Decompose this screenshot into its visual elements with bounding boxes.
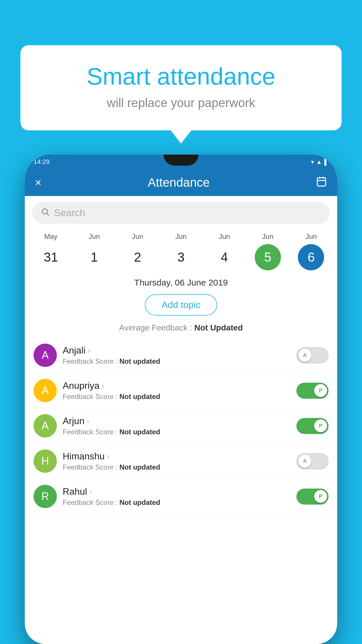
- avatar: A: [34, 344, 57, 367]
- close-button[interactable]: ×: [35, 176, 41, 189]
- cal-date-label: 1: [81, 244, 107, 270]
- selected-date: Thursday, 06 June 2019: [25, 273, 337, 289]
- phone-screen: × Attendance Search Ma: [25, 169, 337, 644]
- cal-date-label: 3: [168, 244, 194, 270]
- header-title: Attendance: [148, 176, 210, 190]
- attendance-toggle[interactable]: P: [296, 489, 328, 505]
- avatar: R: [34, 485, 57, 508]
- search-icon: [41, 207, 50, 218]
- cal-date-label: 5: [255, 244, 281, 270]
- calendar-day-0[interactable]: May31: [36, 232, 65, 270]
- search-placeholder: Search: [54, 207, 85, 218]
- signal-icon: ▲: [316, 159, 322, 165]
- avg-feedback: Average Feedback : Not Updated: [25, 321, 337, 338]
- student-score: Feedback Score : Not updated: [63, 357, 291, 365]
- toggle-knob: P: [314, 419, 327, 432]
- svg-line-5: [47, 213, 49, 215]
- calendar-day-1[interactable]: Jun1: [80, 232, 109, 270]
- cal-month-label: Jun: [89, 232, 100, 241]
- calendar-day-2[interactable]: Jun2: [123, 232, 152, 270]
- toggle-switch[interactable]: P: [296, 489, 328, 505]
- toggle-switch[interactable]: A: [296, 347, 328, 363]
- wifi-icon: ▾: [311, 158, 314, 165]
- student-score: Feedback Score : Not updated: [63, 428, 291, 436]
- toggle-switch[interactable]: A: [296, 453, 328, 469]
- speech-bubble: Smart attendance will replace your paper…: [20, 45, 342, 130]
- attendance-toggle[interactable]: A: [296, 453, 328, 469]
- clock: 14:29: [34, 158, 50, 166]
- cal-month-label: Jun: [305, 232, 317, 241]
- avatar: A: [34, 414, 57, 438]
- add-topic-button[interactable]: Add topic: [145, 294, 217, 316]
- cal-date-label: 2: [124, 244, 151, 270]
- cal-month-label: May: [44, 232, 57, 241]
- app-subtitle: will replace your paperwork: [44, 96, 318, 110]
- avg-feedback-label: Average Feedback :: [119, 323, 194, 332]
- app-title: Smart attendance: [44, 63, 318, 90]
- cal-date-label: 6: [298, 244, 324, 270]
- student-item-2[interactable]: AArjun ›Feedback Score : Not updatedP: [25, 408, 337, 444]
- calendar-strip: May31Jun1Jun2Jun3Jun4Jun5Jun6: [25, 227, 337, 273]
- chevron-icon: ›: [87, 417, 89, 425]
- toggle-knob: A: [298, 349, 311, 362]
- attendance-toggle[interactable]: P: [296, 383, 328, 399]
- status-icons: ▾ ▲ ▌: [311, 158, 328, 165]
- calendar-day-3[interactable]: Jun3: [166, 232, 196, 270]
- avg-feedback-value: Not Updated: [194, 323, 243, 332]
- student-score: Feedback Score : Not updated: [63, 393, 291, 401]
- student-item-3[interactable]: HHimanshu ›Feedback Score : Not updatedA: [25, 444, 337, 479]
- cal-month-label: Jun: [132, 232, 143, 241]
- toggle-switch[interactable]: P: [296, 383, 328, 399]
- toggle-knob: P: [314, 490, 327, 503]
- phone-notch: [164, 155, 198, 166]
- attendance-toggle[interactable]: A: [296, 347, 328, 363]
- student-info: Anjali ›Feedback Score : Not updated: [63, 345, 291, 365]
- cal-month-label: Jun: [219, 232, 230, 241]
- battery-icon: ▌: [324, 159, 328, 165]
- chevron-icon: ›: [89, 488, 92, 496]
- student-name: Himanshu ›: [63, 451, 291, 462]
- cal-date-label: 31: [38, 244, 64, 270]
- student-info: Anupriya ›Feedback Score : Not updated: [63, 380, 291, 401]
- student-item-1[interactable]: AAnupriya ›Feedback Score : Not updatedP: [25, 373, 337, 408]
- cal-month-label: Jun: [262, 232, 273, 241]
- student-score: Feedback Score : Not updated: [63, 463, 291, 471]
- student-name: Rahul ›: [63, 486, 291, 497]
- toggle-knob: P: [314, 384, 327, 397]
- calendar-day-6[interactable]: Jun6: [296, 232, 326, 270]
- calendar-day-5[interactable]: Jun5: [253, 232, 282, 270]
- student-name: Anjali ›: [63, 345, 291, 356]
- student-info: Rahul ›Feedback Score : Not updated: [63, 486, 291, 507]
- cal-month-label: Jun: [175, 232, 187, 241]
- chevron-icon: ›: [102, 382, 104, 390]
- calendar-icon[interactable]: [316, 176, 327, 190]
- avatar: A: [34, 379, 57, 402]
- avatar: H: [34, 449, 57, 473]
- attendance-toggle[interactable]: P: [296, 418, 328, 434]
- student-info: Himanshu ›Feedback Score : Not updated: [63, 451, 291, 471]
- phone-frame: 14:29 ▾ ▲ ▌ × Attendance: [25, 155, 337, 644]
- student-item-0[interactable]: AAnjali ›Feedback Score : Not updatedA: [25, 338, 337, 373]
- cal-date-label: 4: [211, 244, 238, 270]
- student-name: Anupriya ›: [63, 380, 291, 391]
- student-score: Feedback Score : Not updated: [63, 498, 291, 507]
- app-header: × Attendance: [25, 169, 337, 196]
- student-info: Arjun ›Feedback Score : Not updated: [63, 416, 291, 436]
- student-item-4[interactable]: RRahul ›Feedback Score : Not updatedP: [25, 479, 337, 514]
- student-list: AAnjali ›Feedback Score : Not updatedAAA…: [25, 338, 337, 644]
- toggle-switch[interactable]: P: [296, 418, 328, 434]
- chevron-icon: ›: [107, 452, 109, 461]
- svg-point-4: [42, 209, 48, 214]
- svg-rect-0: [317, 178, 326, 186]
- toggle-knob: A: [298, 455, 311, 468]
- calendar-day-4[interactable]: Jun4: [210, 232, 239, 270]
- student-name: Arjun ›: [63, 416, 291, 426]
- chevron-icon: ›: [88, 346, 90, 355]
- search-bar[interactable]: Search: [32, 202, 330, 224]
